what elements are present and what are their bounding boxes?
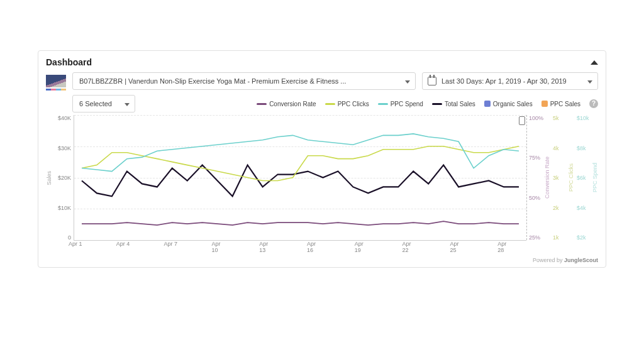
x-axis: Apr 1Apr 4Apr 7Apr 10Apr 13Apr 16Apr 19A… xyxy=(69,241,545,253)
y-axis-conversion: 100%75%50%25% xyxy=(526,115,543,241)
legend-row: 6 Selected Conversion Rate PPC Clicks PP… xyxy=(46,95,598,112)
dashboard-title: Dashboard xyxy=(46,57,92,67)
legend-organic-sales[interactable]: Organic Sales xyxy=(484,101,533,107)
powered-by: Powered by JungleScout xyxy=(46,257,598,263)
y-label-clicks: PPC Clicks xyxy=(568,163,574,192)
y-axis-spend: $10k$8k$6k$4k$2k xyxy=(574,115,591,241)
y-axis-clicks: 5k4k3k2k1k xyxy=(550,115,567,241)
product-select[interactable]: B07LBBZZBR | Vanerdun Non-Slip Exercise … xyxy=(72,72,416,90)
series-count-select[interactable]: 6 Selected xyxy=(72,95,135,112)
y-label-sales: Sales xyxy=(46,171,52,185)
y-label-conversion: Conversion Rate xyxy=(544,156,550,199)
calendar-icon xyxy=(428,77,436,85)
y-axis-sales: $40K$30K$20K$10K0 xyxy=(53,115,74,241)
date-range-select[interactable]: Last 30 Days: Apr 1, 2019 - Apr 30, 2019 xyxy=(422,72,598,90)
dashboard-card: Dashboard B07LBBZZBR | Vanerdun Non-Slip… xyxy=(38,50,606,268)
legend-total-sales[interactable]: Total Sales xyxy=(432,101,475,107)
y-label-spend: PPC Spend xyxy=(592,163,598,192)
titlebar: Dashboard xyxy=(46,57,598,67)
legend-ppc-clicks[interactable]: PPC Clicks xyxy=(325,101,369,107)
help-icon[interactable]: ? xyxy=(589,99,598,108)
legend-conversion-rate[interactable]: Conversion Rate xyxy=(257,101,316,107)
filter-row: B07LBBZZBR | Vanerdun Non-Slip Exercise … xyxy=(46,72,598,90)
product-thumbnail xyxy=(46,75,66,87)
chart-area: Sales $40K$30K$20K$10K0 100%75%50%25% Co… xyxy=(46,115,598,241)
legend-ppc-sales[interactable]: PPC Sales xyxy=(541,101,580,107)
collapse-toggle-icon[interactable] xyxy=(591,60,598,65)
chart-plot[interactable] xyxy=(74,115,526,241)
legend-ppc-spend[interactable]: PPC Spend xyxy=(378,101,423,107)
